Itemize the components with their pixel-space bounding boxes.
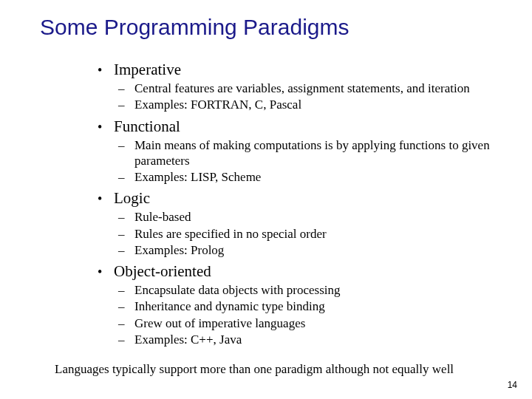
sub-item: – Examples: Prolog [98,242,504,258]
dash-icon: – [118,227,134,242]
sub-item: – Main means of making computations is b… [98,137,504,169]
footer-note: Languages typically support more than on… [40,362,504,377]
bullet-item: • Functional [98,117,504,136]
dash-icon: – [118,170,134,185]
dash-icon: – [118,210,134,225]
bullet-heading: Object-oriented [114,262,211,281]
sub-item: – Grew out of imperative languages [98,316,504,331]
bullet-heading: Functional [114,117,180,136]
sub-text: Examples: C++, Java [134,332,242,347]
bullet-item: • Imperative [98,61,504,79]
sub-text: Examples: LISP, Scheme [134,169,261,185]
sub-item: – Examples: FORTRAN, C, Pascal [98,97,504,112]
sub-item: – Examples: C++, Java [98,332,504,347]
dash-icon: – [118,332,134,347]
dash-icon: – [118,243,134,258]
bullet-heading: Logic [114,189,150,208]
bullet-icon: • [98,192,114,205]
sub-item: – Examples: LISP, Scheme [98,169,504,185]
sub-item: – Encapsulate data objects with processi… [98,282,504,298]
sub-item: – Rules are specified in no special orde… [98,226,504,242]
sub-text: Main means of making computations is by … [134,137,504,169]
bullet-item: • Logic [98,189,504,208]
sub-text: Grew out of imperative languages [134,316,305,331]
sub-text: Inheritance and dynamic type binding [134,299,325,314]
bullet-icon: • [98,120,114,134]
dash-icon: – [118,81,134,96]
slide-content: • Imperative – Central features are vari… [40,61,504,347]
sub-item: – Central features are variables, assign… [98,81,504,96]
bullet-icon: • [98,265,114,279]
sub-text: Rule-based [134,209,191,225]
dash-icon: – [118,283,134,298]
sub-text: Rules are specified in no special order [134,226,327,242]
dash-icon: – [118,98,134,112]
bullet-icon: • [98,64,114,77]
dash-icon: – [118,138,134,153]
sub-item: – Rule-based [98,209,504,225]
bullet-heading: Imperative [114,61,181,79]
page-number: 14 [508,380,517,390]
slide-title: Some Programming Paradigms [40,15,504,40]
sub-item: – Inheritance and dynamic type binding [98,299,504,314]
sub-text: Examples: FORTRAN, C, Pascal [134,97,301,112]
bullet-item: • Object-oriented [98,262,504,281]
sub-text: Central features are variables, assignme… [134,81,470,96]
sub-text: Encapsulate data objects with processing [134,282,341,298]
sub-text: Examples: Prolog [134,242,224,258]
dash-icon: – [118,299,134,314]
dash-icon: – [118,316,134,331]
